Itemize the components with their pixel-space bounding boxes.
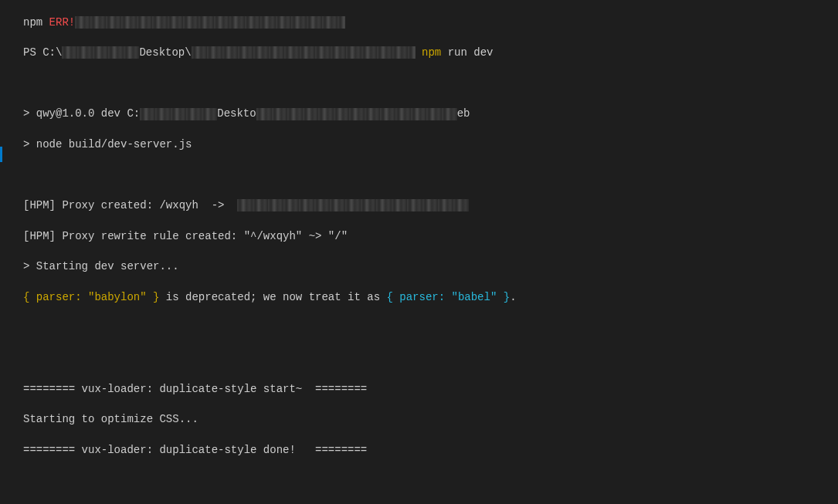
prompt-text: PS C:\ — [23, 46, 62, 59]
redacted-block — [140, 108, 217, 120]
dot: . — [510, 291, 516, 303]
hpm-rewrite: [HPM] Proxy rewrite rule created: "^/wxq… — [23, 230, 348, 242]
terminal-line — [23, 168, 815, 184]
terminal-line: Starting to optimize CSS... — [23, 412, 815, 428]
npm-label: npm — [23, 16, 49, 29]
terminal-line: { parser: "babylon" } is deprecated; we … — [23, 290, 815, 306]
qwy-text: > qwy@1.0.0 dev C: — [23, 107, 140, 120]
terminal-line: PS C:\Desktop\ npm run dev — [23, 46, 815, 61]
terminal-line: > node build/dev-server.js — [23, 137, 815, 153]
hpm-proxy: [HPM] Proxy created: /wxqyh -> — [23, 199, 237, 211]
terminal-line: ======== vux-loader: duplicate-style don… — [23, 443, 815, 458]
optimize-css: Starting to optimize CSS... — [23, 413, 198, 425]
redacted-block — [192, 46, 416, 59]
vux-start: ======== vux-loader: duplicate-style sta… — [23, 383, 367, 395]
terminal-line: ======== vux-loader: duplicate-style sta… — [23, 382, 815, 397]
eb-text: eb — [457, 107, 470, 120]
redacted-block — [237, 199, 469, 211]
terminal-line: > qwy@1.0.0 dev C:Desktoeb — [23, 107, 815, 122]
starting-server: > Starting dev server... — [23, 260, 179, 272]
terminal-line: [HPM] Proxy rewrite rule created: "^/wxq… — [23, 229, 815, 245]
redacted-block — [62, 46, 139, 59]
terminal-line — [23, 321, 815, 337]
cmd-args: run dev — [441, 46, 493, 59]
editor-left-indicator — [0, 147, 2, 162]
err-label: ERR! — [49, 16, 76, 29]
terminal-line — [23, 474, 815, 489]
desktop-text: Deskto — [217, 107, 256, 120]
vux-done: ======== vux-loader: duplicate-style don… — [23, 444, 367, 456]
parser-babel: { parser: "babel" } — [387, 291, 511, 303]
terminal-line — [23, 351, 815, 367]
path-text: Desktop\ — [139, 46, 191, 59]
terminal-line: > Starting dev server... — [23, 259, 815, 275]
cmd-npm: npm — [422, 46, 441, 59]
node-build: > node build/dev-server.js — [23, 138, 192, 151]
redacted-block — [256, 108, 457, 120]
terminal-output[interactable]: npm ERR! PS C:\Desktop\ npm run dev > qw… — [0, 0, 838, 504]
terminal-line: npm ERR! — [23, 15, 815, 31]
redacted-block — [75, 16, 345, 29]
deprecated-text: is deprecated; we now treat it as — [159, 291, 386, 303]
terminal-line: [HPM] Proxy created: /wxqyh -> — [23, 198, 815, 214]
parser-babylon: { parser: "babylon" } — [23, 291, 159, 303]
terminal-line — [23, 76, 815, 92]
